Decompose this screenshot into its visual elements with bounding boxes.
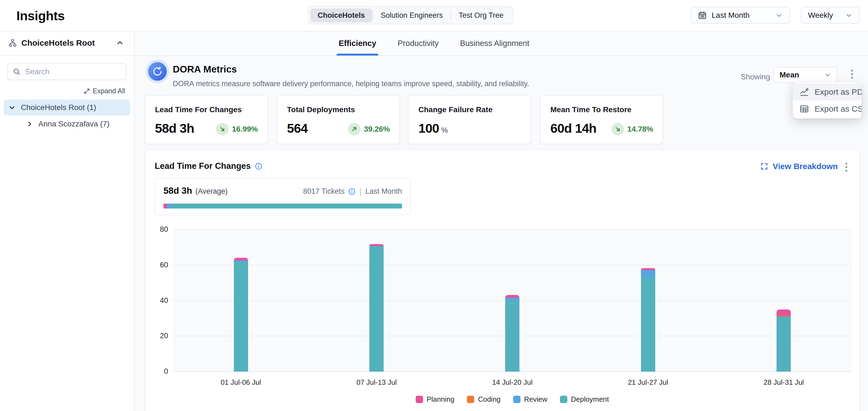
aggregation-select[interactable]: Mean xyxy=(774,67,837,83)
sidebar-collapse-button[interactable] xyxy=(114,37,126,49)
view-breakdown-link[interactable]: View Breakdown xyxy=(760,162,838,171)
menu-item-label: Export as CSV xyxy=(815,104,862,113)
lead-time-section-title: Lead Time For Changes xyxy=(155,161,262,171)
search-input[interactable] xyxy=(25,67,121,76)
metric-card-unit: % xyxy=(441,126,448,134)
menu-item-export-as-csv[interactable]: Export as CSV xyxy=(793,100,862,117)
x-axis-label: 28 Jul-31 Jul xyxy=(740,378,828,387)
tab-business-alignment[interactable]: Business Alignment xyxy=(458,31,531,56)
metric-card-value: 100% xyxy=(418,121,448,136)
view-breakdown-label: View Breakdown xyxy=(773,162,838,171)
sidebar-header: ChoiceHotels Root xyxy=(0,31,134,56)
period-select[interactable]: Last Month xyxy=(691,7,790,24)
expand-corners-icon xyxy=(760,162,768,170)
metric-card-lead-time-for-changes: Lead Time For Changes58d 3h16.99% xyxy=(145,95,268,144)
legend-item-deployment[interactable]: Deployment xyxy=(560,395,609,404)
bar-segment-deployment xyxy=(505,301,520,372)
metric-card-title: Mean Time To Restore xyxy=(550,105,631,114)
legend-swatch xyxy=(513,396,521,403)
metric-card-total-deployments: Total Deployments56439.26% xyxy=(277,95,400,144)
dora-metrics-title: DORA Metrics xyxy=(173,64,237,75)
info-icon[interactable] xyxy=(348,188,356,195)
expand-all-button[interactable]: Expand All xyxy=(82,87,127,95)
page-title: Insights xyxy=(17,8,65,23)
chevron-down-icon xyxy=(824,71,831,78)
legend-item-planning[interactable]: Planning xyxy=(416,395,454,404)
search-icon xyxy=(12,68,21,76)
legend-swatch xyxy=(560,396,567,403)
chart-export-icon xyxy=(799,87,809,97)
main-tabs-bar: EfficiencyProductivityBusiness Alignment xyxy=(134,31,868,56)
legend-item-review[interactable]: Review xyxy=(513,395,547,404)
expand-all-icon xyxy=(84,88,90,94)
x-axis-label: 01 Jul-06 Jul xyxy=(197,378,285,387)
metric-card-value: 60d 14h xyxy=(550,121,596,136)
bar-segment-deployment xyxy=(234,262,248,372)
aggregation-select-value: Mean xyxy=(780,71,821,79)
info-icon[interactable] xyxy=(255,162,262,170)
dora-more-menu-button[interactable] xyxy=(845,66,859,82)
legend-label: Coding xyxy=(478,395,500,404)
menu-item-export-as-pdf[interactable]: Export as PDF xyxy=(793,83,862,100)
phase-distribution-bar xyxy=(163,204,402,208)
bar-segment-review xyxy=(505,298,520,301)
segment-divider xyxy=(451,11,451,20)
gridline-60 xyxy=(173,265,851,266)
trend-down-icon xyxy=(216,123,229,135)
granularity-select[interactable]: Weekly xyxy=(801,7,860,24)
tree-node-label: ChoiceHotels Root (1) xyxy=(21,103,96,112)
metric-card-title: Lead Time For Changes xyxy=(155,105,242,114)
chevron-down-icon xyxy=(845,11,852,19)
y-axis-tick: 40 xyxy=(145,296,168,305)
legend-item-coding[interactable]: Coding xyxy=(467,395,500,404)
bar-28-jul-31-jul[interactable] xyxy=(777,309,791,372)
org-tree-icon xyxy=(8,39,17,47)
bar-21-jul-27-jul[interactable] xyxy=(641,268,655,372)
chevron-right-icon[interactable] xyxy=(26,120,33,128)
bar-segment-review xyxy=(641,270,655,277)
bar-01-jul-06-jul[interactable] xyxy=(234,258,248,372)
tab-productivity[interactable]: Productivity xyxy=(395,31,441,56)
tab-efficiency[interactable]: Efficiency xyxy=(337,31,378,56)
y-axis-tick: 20 xyxy=(145,332,168,340)
org-tab-test-org-tree[interactable]: Test Org Tree xyxy=(452,8,511,22)
tickets-count: 8017 Tickets xyxy=(303,187,345,196)
trend-badge: 16.99% xyxy=(216,123,258,135)
org-tab-solution-engineers[interactable]: Solution Engineers xyxy=(374,8,450,22)
legend-swatch xyxy=(416,396,423,403)
bar-segment-planning xyxy=(777,309,791,316)
bar-segment-deployment xyxy=(641,277,655,372)
trend-badge: 14.78% xyxy=(612,123,653,135)
x-axis-label: 21 Jul-27 Jul xyxy=(604,378,692,387)
trend-badge: 39.26% xyxy=(348,123,390,135)
org-tab-choicehotels[interactable]: ChoiceHotels xyxy=(311,8,372,22)
lead-time-more-menu-button[interactable] xyxy=(839,159,853,175)
metric-card-title: Total Deployments xyxy=(287,105,355,114)
table-icon xyxy=(799,104,809,114)
summary-period-label: Last Month xyxy=(365,187,402,196)
sidebar: ChoiceHotels Root Expand All ChoiceHotel… xyxy=(0,31,134,411)
distribution-segment-review xyxy=(167,204,172,208)
chevron-down-icon xyxy=(775,11,783,19)
trend-delta: 16.99% xyxy=(232,125,258,134)
chevron-down-icon[interactable] xyxy=(8,104,16,111)
dora-metrics-description: DORA metrics measure software delivery p… xyxy=(173,80,529,88)
bar-segment-deployment xyxy=(777,316,791,372)
granularity-select-value: Weekly xyxy=(808,11,840,20)
metric-card-mean-time-to-restore: Mean Time To Restore60d 14h14.78% xyxy=(540,95,663,144)
trend-delta: 14.78% xyxy=(627,125,653,134)
tree-node-label: Anna Scozzafava (7) xyxy=(38,119,110,128)
legend-swatch xyxy=(467,396,474,403)
metric-card-value: 564 xyxy=(287,121,308,136)
average-lead-time-value: 58d 3h xyxy=(163,185,192,196)
average-qualifier: (Average) xyxy=(195,187,228,196)
bar-07-jul-13-jul[interactable] xyxy=(369,244,383,372)
bar-14-jul-20-jul[interactable] xyxy=(505,295,520,372)
tree-node[interactable]: ChoiceHotels Root (1) xyxy=(4,100,130,115)
lead-time-card: Lead Time For Changes View Breakdown 58d… xyxy=(145,149,860,411)
segment-divider xyxy=(373,11,373,20)
top-header: Insights ChoiceHotelsSolution EngineersT… xyxy=(0,0,868,31)
trend-down-icon xyxy=(612,123,624,135)
tree-node[interactable]: Anna Scozzafava (7) xyxy=(21,116,130,132)
y-axis-tick: 60 xyxy=(145,261,168,269)
